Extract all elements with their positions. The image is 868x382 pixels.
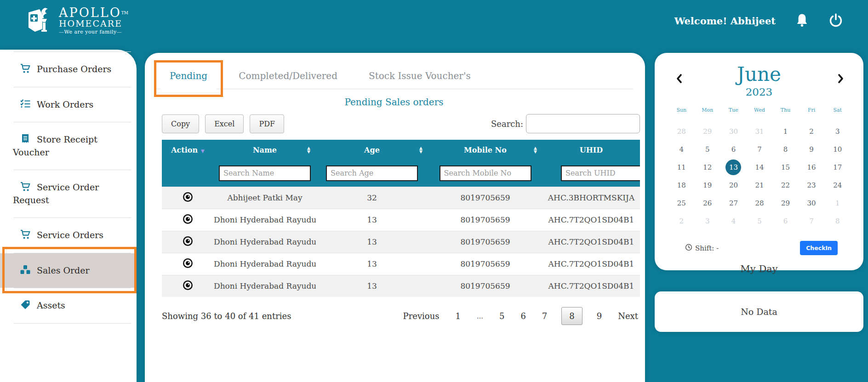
column-header-age[interactable]: Age▲▼ — [316, 140, 428, 160]
pagination-page-6[interactable]: 6 — [519, 308, 527, 324]
pagination-page-5[interactable]: 5 — [497, 308, 506, 324]
pagination-page-7[interactable]: 7 — [540, 308, 549, 324]
age-cell: 13 — [316, 275, 428, 297]
column-header-name[interactable]: Name▲▼ — [214, 140, 316, 160]
sidebar-item-purchase-orders[interactable]: Purchase Orders — [0, 52, 137, 87]
notifications-button[interactable] — [796, 13, 808, 29]
pagination-next[interactable]: Next — [616, 308, 640, 324]
eye-icon — [183, 263, 193, 270]
view-order-button[interactable] — [183, 236, 193, 248]
header-row: Action▼Name▲▼Age▲▼Mobile No▲▼UHID — [162, 140, 640, 160]
column-search-input-name[interactable] — [219, 165, 311, 181]
calendar-day[interactable]: 20 — [720, 176, 747, 194]
calendar-day[interactable]: 26 — [695, 194, 721, 212]
calendar-day[interactable]: 4 — [720, 212, 747, 230]
calendar-day[interactable]: 3 — [824, 122, 851, 140]
column-header-uhid[interactable]: UHID — [542, 140, 640, 160]
sidebar-item-service-orders[interactable]: Service Orders — [0, 218, 137, 253]
view-order-button[interactable] — [183, 258, 193, 270]
column-header-action[interactable]: Action▼ — [162, 140, 214, 160]
calendar-day[interactable]: 21 — [747, 176, 773, 194]
sidebar-item-service-order-request[interactable]: Service Order Request — [0, 170, 137, 217]
calendar-day[interactable]: 2 — [668, 212, 695, 230]
table-head: Action▼Name▲▼Age▲▼Mobile No▲▼UHID — [162, 140, 640, 187]
calendar-day[interactable]: 29 — [695, 122, 721, 140]
view-order-button[interactable] — [183, 280, 193, 292]
calendar-day[interactable]: 8 — [824, 212, 851, 230]
checkin-button[interactable]: CheckIn — [800, 241, 838, 255]
calendar-day[interactable]: 11 — [668, 158, 695, 176]
column-search-input-uhid[interactable] — [561, 165, 640, 181]
calendar-day[interactable]: 31 — [747, 122, 773, 140]
pdf-button[interactable]: PDF — [250, 114, 284, 133]
view-order-button[interactable] — [183, 192, 193, 204]
calendar-day[interactable]: 22 — [772, 176, 799, 194]
column-search-input-mobile-no[interactable] — [440, 165, 531, 181]
calendar-prev-button[interactable] — [675, 73, 684, 86]
view-order-button[interactable] — [183, 214, 193, 226]
calendar-day[interactable]: 17 — [824, 158, 851, 176]
sidebar-item-sales-order[interactable]: Sales Order — [0, 253, 137, 288]
column-label: Mobile No — [464, 146, 507, 154]
tag-icon — [20, 299, 31, 310]
calendar-day[interactable]: 5 — [747, 212, 773, 230]
day-number: 11 — [677, 163, 686, 171]
copy-button[interactable]: Copy — [162, 114, 199, 133]
excel-button[interactable]: Excel — [205, 114, 244, 133]
pagination-page-9[interactable]: 9 — [595, 308, 604, 324]
calendar-day[interactable]: 9 — [799, 140, 825, 158]
calendar-day[interactable]: 23 — [799, 176, 825, 194]
calendar-day[interactable]: 30 — [799, 194, 825, 212]
calendar-day[interactable]: 27 — [720, 194, 747, 212]
calendar-day[interactable]: 24 — [824, 176, 851, 194]
table-row: Dhoni Hyderabad Rayudu138019705659AHC.7T… — [162, 231, 640, 253]
sidebar-item-assets[interactable]: Assets — [0, 288, 137, 323]
calendar-day[interactable]: 7 — [799, 212, 825, 230]
sidebar-item-store-receipt-voucher[interactable]: Store Receipt Voucher — [0, 122, 137, 170]
calendar-day[interactable]: 14 — [747, 158, 773, 176]
power-icon — [828, 13, 843, 29]
calendar-day[interactable]: 8 — [772, 140, 799, 158]
calendar-day[interactable]: 5 — [695, 140, 721, 158]
calendar-day[interactable]: 30 — [720, 122, 747, 140]
sidebar-item-work-orders[interactable]: Work Orders — [0, 87, 137, 122]
calendar-day[interactable]: 1 — [824, 194, 851, 212]
calendar-day[interactable]: 19 — [695, 176, 721, 194]
calendar-day[interactable]: 1 — [772, 122, 799, 140]
no-data-text: No Data — [741, 307, 777, 317]
table-zone: CopyExcelPDF Search: Action▼Name▲▼Age▲▼M… — [162, 114, 640, 325]
column-search-input-age[interactable] — [326, 165, 418, 181]
calendar-day[interactable]: 25 — [668, 194, 695, 212]
logout-button[interactable] — [828, 13, 843, 29]
tab-stock-issue-voucher-s[interactable]: Stock Issue Voucher's — [360, 64, 480, 89]
calendar-day[interactable]: 7 — [747, 140, 773, 158]
tab-completed-delivered[interactable]: Completed/Delivered — [229, 64, 347, 89]
calendar-day[interactable]: 4 — [668, 140, 695, 158]
calendar-day[interactable]: 13 — [720, 158, 747, 176]
search-input[interactable] — [526, 114, 640, 133]
calendar-day[interactable]: 6 — [720, 140, 747, 158]
tab-label: Completed/Delivered — [239, 70, 337, 81]
calendar-day[interactable]: 29 — [772, 194, 799, 212]
calendar-next-button[interactable] — [836, 73, 845, 86]
calendar-day[interactable]: 6 — [772, 212, 799, 230]
tab-label: Pending — [170, 70, 207, 81]
calendar-day[interactable]: 16 — [799, 158, 825, 176]
day-number: 9 — [809, 145, 814, 154]
column-label: Name — [253, 146, 277, 154]
calendar-day[interactable]: 3 — [695, 212, 721, 230]
tab-pending[interactable]: Pending — [160, 64, 217, 89]
pagination-page-1[interactable]: 1 — [453, 308, 462, 324]
calendar-day[interactable]: 10 — [824, 140, 851, 158]
calendar-day[interactable]: 28 — [668, 122, 695, 140]
calendar-day[interactable]: 15 — [772, 158, 799, 176]
export-buttons: CopyExcelPDF — [162, 114, 284, 133]
calendar-day[interactable]: 18 — [668, 176, 695, 194]
pagination-previous[interactable]: Previous — [401, 308, 441, 324]
calendar-day[interactable]: 2 — [799, 122, 825, 140]
calendar-day[interactable]: 12 — [695, 158, 721, 176]
column-header-mobile-no[interactable]: Mobile No▲▼ — [428, 140, 542, 160]
pagination-page-8[interactable]: 8 — [561, 307, 582, 325]
calendar-day[interactable]: 28 — [747, 194, 773, 212]
day-number: 16 — [807, 163, 816, 171]
